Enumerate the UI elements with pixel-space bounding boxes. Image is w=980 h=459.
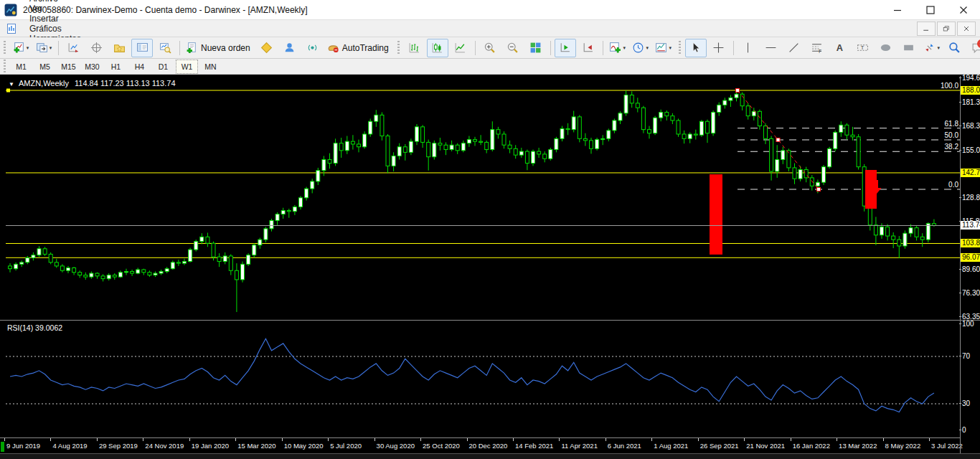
pane-separator[interactable] [0,320,980,321]
tile-windows-icon [529,42,542,54]
toolbar-button-profiles[interactable]: ▾ [33,39,55,57]
timeframe-button-d1[interactable]: D1 [152,60,174,74]
toolbar-button-auto-scroll[interactable] [555,39,576,57]
dropdown-arrow-icon[interactable]: ▾ [937,45,940,51]
periods-icon [632,42,644,54]
date-axis-tick [467,438,468,441]
toolbar-grip[interactable] [4,60,6,74]
rectangle-icon [903,42,915,54]
toolbar-button-arrows[interactable]: ▾ [921,39,943,57]
toolbar-button-signals[interactable] [302,39,324,57]
toolbar-button-candle-chart[interactable] [427,39,448,57]
toolbar-button-market-watch[interactable] [62,39,84,57]
toolbar-button-community[interactable] [279,39,301,57]
templates-icon [655,42,667,54]
toolbar-button-strategy-tester[interactable] [154,39,176,57]
timeframe-button-m5[interactable]: M5 [34,60,56,74]
date-axis-label: 21 Nov 2021 [746,442,785,450]
menu-item-ver[interactable]: Ver [22,4,89,14]
date-axis-label: 25 Oct 2020 [423,442,460,450]
cursor-icon [689,42,702,54]
metaeditor-icon [260,42,273,54]
toolbar-label-autotrading: AutoTrading [342,43,389,53]
close-button[interactable] [947,0,980,19]
toolbar-grip[interactable] [397,41,400,55]
toolbar-button-chart-shift[interactable] [578,39,599,57]
toolbar-button-ellipse[interactable] [875,39,897,57]
date-axis-tick [744,438,745,441]
toolbar-button-hline[interactable] [760,39,782,57]
current-price-label: 113.74 [961,221,980,230]
chart-canvas[interactable]: 194.60181.30168.35155.05128.80115.8589.6… [0,75,980,459]
toolbar-button-bar-chart[interactable] [404,39,425,57]
toolbar-button-text[interactable]: A [829,39,851,57]
candlestick-and-rsi-plot[interactable] [0,75,980,459]
date-axis-label: 11 Apr 2021 [561,442,598,450]
toolbar-button-trendline[interactable] [783,39,805,57]
toolbar-button-tile-windows[interactable] [525,39,547,57]
toolbar-grip[interactable] [679,41,681,55]
minimize-button[interactable] [881,0,914,19]
toolbar-button-search[interactable] [944,39,966,57]
toolbar-button-terminal[interactable] [131,39,153,57]
toolbar-button-periods[interactable]: ▾ [630,39,651,57]
timeframe-button-mn[interactable]: MN [199,60,222,74]
date-axis-label: 19 Jan 2020 [192,442,229,450]
fibonacci-level-label: 38.2 [915,143,958,151]
toolbar-button-fibo[interactable]: F [806,39,828,57]
toolbar-button-new-order[interactable]: Nueva orden [184,39,255,57]
toolbar-grip[interactable] [4,41,6,55]
date-axis-label: 6 Jun 2021 [608,442,641,450]
menu-item-grficos[interactable]: Gráficos [22,24,89,34]
chart-doc-icon [6,23,17,34]
dropdown-arrow-icon[interactable]: ▾ [27,45,29,51]
timeframe-button-h1[interactable]: H1 [105,60,127,74]
toolbar-button-label[interactable]: T [852,39,874,57]
toolbar-separator [603,41,603,55]
toolbar-button-chat[interactable]: 1 [967,39,980,57]
toolbar-button-line-chart[interactable] [450,39,471,57]
rsi-indicator-label: RSI(14) 39.0062 [7,323,62,332]
date-axis-label: 14 Feb 2021 [515,442,553,450]
dropdown-arrow-icon[interactable]: ▾ [50,45,52,51]
timeframe-button-h4[interactable]: H4 [128,60,151,74]
child-minimize-button[interactable] [917,22,936,36]
svg-text:T: T [861,44,864,51]
toolbar-button-navigator[interactable] [108,39,130,57]
toolbar-button-rectangle[interactable] [898,39,920,57]
dropdown-arrow-icon[interactable]: ▾ [646,45,649,51]
date-axis-label: 1 Aug 2021 [654,442,688,450]
profiles-icon [36,42,48,54]
toolbar-button-crosshair[interactable] [708,39,730,57]
timeframe-button-m30[interactable]: M30 [81,60,103,74]
child-restore-button[interactable] [937,22,956,36]
toolbar-button-data-window[interactable] [85,39,107,57]
toolbar-button-zoom-out[interactable] [502,39,524,57]
dropdown-arrow-icon[interactable]: ▾ [623,45,626,51]
mt4-application-window: 2089058860: Darwinex-Demo - Cuenta demo … [0,0,980,459]
toolbar-button-zoom-in[interactable] [479,39,501,57]
maximize-button[interactable] [914,0,947,19]
toolbar-button-autotrading[interactable]: AutoTrading [325,39,393,57]
toolbar-button-metaeditor[interactable] [256,39,278,57]
rsi-axis-tick: 70 [962,352,970,361]
fibonacci-level-label: 50.0 [915,131,958,139]
toolbar-button-cursor[interactable] [685,39,707,57]
timeframe-button-w1[interactable]: W1 [176,60,198,74]
toolbar-button-new-chart[interactable]: ▾ [10,39,32,57]
fibonacci-level-label: 100.0 [915,82,958,90]
chevron-down-icon[interactable]: ▼ [9,81,14,87]
dropdown-arrow-icon[interactable]: ▾ [669,45,672,51]
arrows-icon [923,42,936,54]
timeframe-button-m1[interactable]: M1 [10,60,32,74]
toolbar-button-templates[interactable]: ▾ [653,39,674,57]
child-close-button[interactable] [957,22,976,36]
symbol-label[interactable]: ▼AMZN,Weekly114.84 117.23 113.13 113.74 [9,79,176,87]
auto-scroll-icon [559,42,571,54]
toolbar-button-vline[interactable] [738,39,759,57]
date-axis-tick [513,438,514,441]
menu-item-insertar[interactable]: Insertar [22,14,89,24]
price-axis-tick: 128.80 [962,194,980,202]
toolbar-button-indicators[interactable]: ▾ [607,39,628,57]
timeframe-button-m15[interactable]: M15 [57,60,80,74]
